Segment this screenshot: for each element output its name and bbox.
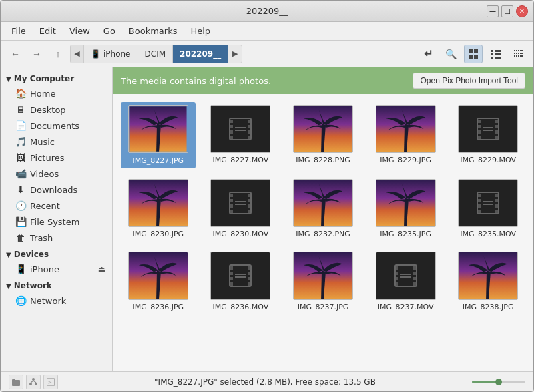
photo-thumbnail-svg <box>294 179 352 227</box>
svg-rect-50 <box>230 194 233 197</box>
svg-rect-29 <box>248 120 250 123</box>
zoom-slider[interactable] <box>472 381 525 383</box>
svg-rect-56 <box>248 204 250 208</box>
eject-icon[interactable]: ⏏ <box>98 264 105 274</box>
file-item[interactable]: IMG_8238.JPG <box>451 249 525 314</box>
breadcrumb-dcim-label: DCIM <box>145 49 166 59</box>
tree-icon <box>29 378 37 386</box>
search-button[interactable]: 🔍 <box>441 45 460 63</box>
photo-thumbnail-svg <box>129 105 188 153</box>
sidebar-item-trash[interactable]: 🗑 Trash <box>2 230 111 246</box>
statusbar-icon-1[interactable] <box>9 375 23 389</box>
breadcrumb-dcim[interactable]: DCIM <box>138 45 174 63</box>
back-button[interactable]: ← <box>6 45 25 63</box>
sidebar-item-filesystem[interactable]: 💾 File System <box>2 214 111 230</box>
desktop-icon: 🖥 <box>15 104 26 115</box>
file-area: The media contains digital photos. Open … <box>113 67 533 371</box>
svg-rect-32 <box>248 136 250 139</box>
sidebar-item-desktop[interactable]: 🖥 Desktop <box>2 102 111 118</box>
file-item[interactable]: IMG_8229.MOV <box>451 102 525 168</box>
sidebar-item-videos[interactable]: 📹 Videos <box>2 166 111 182</box>
file-item[interactable]: IMG_8229.JPG <box>368 102 443 168</box>
menu-view[interactable]: View <box>64 24 95 38</box>
menu-go[interactable]: Go <box>98 24 121 38</box>
file-thumbnail <box>128 252 188 300</box>
file-item[interactable]: IMG_8237.JPG <box>286 249 360 314</box>
breadcrumb-prev[interactable]: ◀ <box>71 45 84 63</box>
file-item[interactable]: IMG_8227.MOV <box>204 102 278 168</box>
svg-rect-77 <box>230 277 233 280</box>
close-button[interactable]: ✕ <box>516 5 528 17</box>
video-thumbnail-svg <box>227 262 254 289</box>
file-thumbnail <box>293 105 353 153</box>
network-icon: 🌐 <box>15 295 26 306</box>
svg-rect-64 <box>478 199 481 202</box>
statusbar-icon-2[interactable] <box>26 375 41 389</box>
file-thumbnail <box>293 252 353 300</box>
minimize-button[interactable]: — <box>487 5 499 17</box>
maximize-button[interactable]: □ <box>501 5 513 17</box>
sidebar-item-recent[interactable]: 🕐 Recent <box>2 198 111 214</box>
breadcrumb-folder[interactable]: 202209__ <box>173 45 228 63</box>
view-compact-button[interactable] <box>509 45 528 63</box>
svg-rect-31 <box>248 130 250 134</box>
file-item[interactable]: IMG_8230.MOV <box>204 176 278 241</box>
menu-edit[interactable]: Edit <box>34 24 61 38</box>
infobar: The media contains digital photos. Open … <box>113 67 533 94</box>
sidebar-item-iphone[interactable]: 📱 iPhone ⏏ <box>2 261 111 277</box>
file-item[interactable]: IMG_8235.MOV <box>451 176 525 241</box>
sidebar-item-downloads[interactable]: ⬇ Downloads <box>2 182 111 198</box>
view-list-button[interactable] <box>487 45 505 63</box>
sidebar: ▼ My Computer 🏠 Home 🖥 Desktop 📄 Documen… <box>1 67 113 371</box>
svg-line-103 <box>31 381 33 383</box>
sidebar-item-home[interactable]: 🏠 Home <box>2 85 111 102</box>
svg-rect-14 <box>516 53 517 54</box>
file-item[interactable]: IMG_8230.JPG <box>121 176 196 241</box>
sidebar-item-network[interactable]: 🌐 Network <box>2 292 111 309</box>
import-tool-button[interactable]: Open Pix Photo Import Tool <box>413 73 525 89</box>
menu-file[interactable]: File <box>6 24 31 38</box>
file-item[interactable]: IMG_8235.JPG <box>368 176 443 241</box>
sidebar-item-pictures[interactable]: 🖼 Pictures <box>2 150 111 166</box>
forward-button[interactable]: → <box>27 45 46 63</box>
photo-thumbnail-svg <box>129 179 188 227</box>
svg-rect-63 <box>478 194 481 197</box>
window-title: 202209__ <box>246 6 288 16</box>
file-name: IMG_8237.JPG <box>298 303 349 311</box>
sidebar-section-devices[interactable]: ▼ Devices <box>1 246 112 261</box>
file-item[interactable]: IMG_8236.MOV <box>204 249 278 314</box>
file-item[interactable]: IMG_8228.PNG <box>286 102 360 168</box>
file-item[interactable]: IMG_8232.PNG <box>286 176 360 241</box>
sidebar-item-label: Documents <box>30 121 79 131</box>
menu-bookmarks[interactable]: Bookmarks <box>123 24 183 38</box>
svg-rect-40 <box>478 130 481 134</box>
sidebar-item-music[interactable]: 🎵 Music <box>2 134 111 150</box>
file-item[interactable]: IMG_8236.JPG <box>121 249 196 314</box>
menubar: File Edit View Go Bookmarks Help <box>1 22 533 41</box>
svg-rect-7 <box>495 53 501 55</box>
file-item[interactable]: IMG_8227.JPG <box>121 102 196 168</box>
menu-help[interactable]: Help <box>185 24 216 38</box>
svg-rect-8 <box>491 57 493 59</box>
up-button[interactable]: ↑ <box>49 45 67 63</box>
svg-rect-94 <box>413 282 416 286</box>
sort-button[interactable]: ↵ <box>419 45 437 63</box>
view-icons-button[interactable] <box>464 45 483 63</box>
sidebar-section-my-computer[interactable]: ▼ My Computer <box>1 70 112 85</box>
file-thumbnail <box>210 105 270 153</box>
sidebar-item-documents[interactable]: 📄 Documents <box>2 118 111 134</box>
pictures-icon: 🖼 <box>15 152 26 163</box>
folder-icon <box>12 378 20 386</box>
file-item[interactable]: IMG_8237.MOV <box>368 249 443 314</box>
breadcrumb-next[interactable]: ▶ <box>228 45 242 63</box>
file-thumbnail <box>376 105 436 153</box>
statusbar-icon-3[interactable]: >_ <box>43 375 58 389</box>
filesystem-icon: 💾 <box>15 216 26 227</box>
svg-rect-16 <box>514 55 515 57</box>
video-thumbnail-svg <box>475 116 501 142</box>
file-name: IMG_8230.JPG <box>132 230 184 238</box>
svg-rect-42 <box>495 120 498 123</box>
sidebar-section-network[interactable]: ▼ Network <box>1 277 112 292</box>
file-thumbnail <box>458 105 518 153</box>
breadcrumb-iphone[interactable]: 📱 iPhone <box>84 45 138 63</box>
